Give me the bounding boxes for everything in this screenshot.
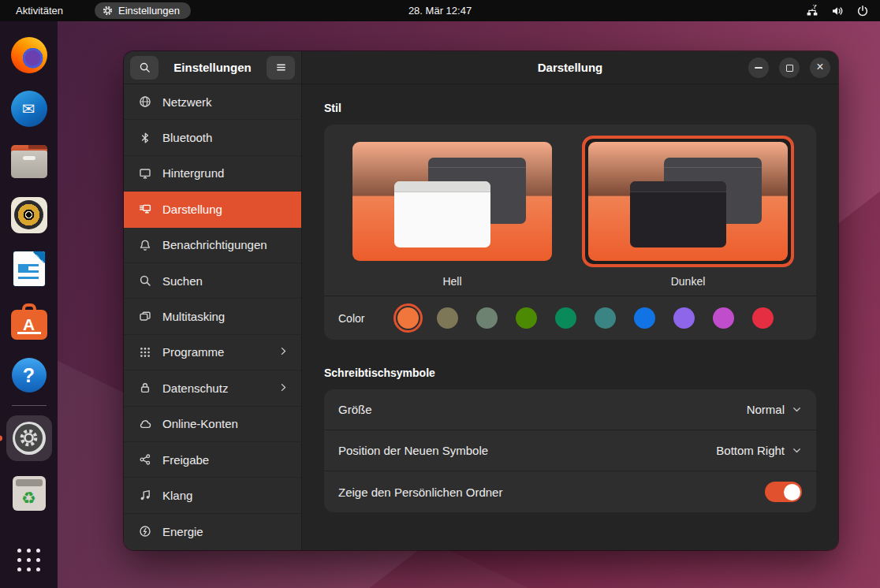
activities-button[interactable]: Aktivitäten	[11, 3, 68, 18]
accent-color-swatches	[397, 307, 774, 329]
sidebar-item-label: Programme	[162, 345, 267, 359]
color-row-label: Color	[338, 312, 364, 325]
dock-item-help[interactable]: ?	[6, 355, 52, 396]
sidebar-item-hintergrund[interactable]: Hintergrund	[124, 156, 301, 192]
dock-item-rhythmbox[interactable]	[6, 195, 52, 236]
close-button[interactable]: ×	[810, 58, 830, 78]
sidebar-item-freigabe[interactable]: Freigabe	[124, 442, 301, 478]
sidebar-list: Netzwerk Bluetooth Hintergrund Darstellu…	[124, 84, 301, 550]
theme-preview-frame	[346, 136, 558, 267]
minimize-button[interactable]	[748, 58, 769, 78]
color-swatch-sage[interactable]	[476, 307, 498, 329]
dock-item-thunderbird[interactable]: ✉	[6, 88, 52, 129]
dock-item-libreoffice-writer[interactable]	[6, 248, 52, 289]
chevron-right-icon	[278, 345, 289, 359]
color-swatch-red[interactable]	[752, 307, 774, 329]
sidebar-item-label: Freigabe	[162, 453, 289, 467]
chevron-down-icon	[792, 404, 802, 415]
sidebar-item-label: Hintergrund	[162, 166, 289, 180]
settings-window: Einstellungen Netzwerk Bluetooth Hinterg…	[124, 51, 838, 550]
groesse-dropdown[interactable]: Normal	[747, 403, 802, 416]
focused-app-menu[interactable]: Einstellungen	[95, 2, 191, 19]
sidebar-title: Einstellungen	[158, 61, 267, 74]
position-dropdown[interactable]: Bottom Right	[716, 444, 802, 457]
dark-theme-preview	[588, 142, 788, 261]
sidebar-item-label: Energie	[162, 525, 289, 538]
personal-folder-toggle[interactable]	[765, 482, 802, 502]
settings-sidebar: Einstellungen Netzwerk Bluetooth Hinterg…	[124, 51, 302, 550]
globe-icon	[139, 95, 151, 108]
sidebar-item-programme[interactable]: Programme	[124, 335, 301, 370]
theme-label-hell: Hell	[442, 275, 461, 288]
power-circle-icon	[139, 525, 151, 538]
maximize-button[interactable]	[779, 58, 800, 78]
sidebar-item-klang[interactable]: Klang	[124, 478, 301, 513]
dropdown-value: Bottom Right	[716, 444, 785, 457]
sidebar-item-suchen[interactable]: Suchen	[124, 263, 301, 299]
appearance-panel: Stil Hell	[302, 84, 838, 550]
dropdown-value: Normal	[747, 403, 785, 416]
theme-selector: Hell Dunkel	[324, 125, 816, 296]
color-swatch-prussian-green[interactable]	[595, 307, 616, 329]
accent-color-row: Color	[324, 296, 816, 340]
sidebar-item-energie[interactable]: Energie	[124, 514, 301, 549]
row-position: Position der Neuen Symbole Bottom Right	[324, 430, 816, 471]
sidebar-item-label: Benachrichtigungen	[162, 238, 289, 251]
top-bar: Aktivitäten Einstellungen 28. Mär 12:47	[0, 0, 880, 21]
minimize-icon	[755, 67, 763, 69]
theme-option-dunkel[interactable]: Dunkel	[582, 136, 794, 288]
light-theme-preview	[352, 142, 552, 261]
trash-icon: ♻	[13, 476, 46, 511]
sidebar-item-netzwerk[interactable]: Netzwerk	[124, 84, 301, 120]
color-swatch-purple[interactable]	[673, 307, 695, 329]
settings-gear-icon	[13, 422, 46, 455]
color-swatch-viridian[interactable]	[555, 307, 576, 329]
search-button[interactable]	[130, 56, 158, 80]
cloud-icon	[139, 418, 151, 430]
dock-item-firefox[interactable]	[6, 35, 52, 76]
row-label: Größe	[338, 403, 747, 416]
color-swatch-olive[interactable]	[516, 307, 537, 329]
sidebar-item-label: Multitasking	[162, 310, 289, 323]
sidebar-item-multitasking[interactable]: Multitasking	[124, 299, 301, 334]
dock-item-app-grid[interactable]	[6, 539, 52, 580]
sidebar-item-label: Online-Konten	[162, 417, 289, 430]
windows-icon	[139, 311, 151, 323]
style-section-heading: Stil	[324, 102, 816, 114]
clock[interactable]: 28. Mär 12:47	[401, 0, 479, 21]
sidebar-item-online-konten[interactable]: Online-Konten	[124, 407, 301, 442]
color-swatch-bark[interactable]	[437, 307, 458, 329]
primary-menu-button[interactable]	[267, 56, 295, 80]
theme-label-dunkel: Dunkel	[671, 275, 706, 288]
desktop-icons-card: Größe Normal Position der Neuen Symbole …	[324, 389, 816, 512]
apps-grid-icon	[139, 346, 151, 359]
sidebar-item-datenschutz[interactable]: Datenschutz	[124, 370, 301, 406]
sidebar-item-bluetooth[interactable]: Bluetooth	[124, 120, 301, 155]
row-groesse: Größe Normal	[324, 389, 816, 430]
dock-item-trash[interactable]: ♻	[6, 474, 52, 515]
envelope-glyph: ✉	[22, 99, 35, 118]
theme-option-hell[interactable]: Hell	[346, 136, 558, 288]
rhythmbox-icon	[11, 197, 47, 233]
monitor-icon	[139, 167, 151, 180]
sidebar-item-label: Klang	[162, 489, 289, 502]
system-status-area[interactable]	[806, 5, 869, 17]
dock-item-ubuntu-software[interactable]: A	[6, 302, 52, 343]
music-note-icon	[139, 489, 151, 501]
sidebar-item-benachrichtigungen[interactable]: Benachrichtigungen	[124, 228, 301, 263]
preview-front-window-light	[394, 181, 490, 248]
chevron-right-icon	[278, 381, 289, 395]
desktop-icons-section-heading: Schreibtischsymbole	[324, 367, 816, 379]
color-swatch-magenta[interactable]	[713, 307, 734, 329]
sidebar-item-darstellung[interactable]: Darstellung	[124, 192, 301, 227]
color-swatch-blue[interactable]	[634, 307, 655, 329]
dock-item-settings[interactable]	[6, 415, 52, 461]
close-icon: ×	[816, 61, 823, 73]
power-icon	[856, 5, 869, 17]
window-controls: ×	[748, 51, 830, 84]
page-title: Darstellung	[538, 61, 603, 74]
thunderbird-icon: ✉	[11, 91, 47, 127]
gear-icon	[103, 6, 113, 16]
color-swatch-orange[interactable]	[397, 307, 419, 329]
dock-item-files[interactable]	[6, 141, 52, 182]
